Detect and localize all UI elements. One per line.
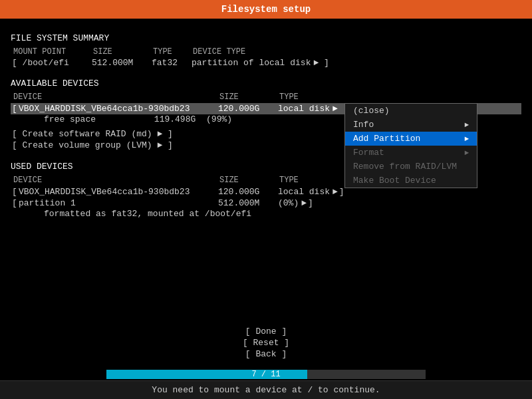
- fs-summary-heading: FILE SYSTEM SUMMARY: [11, 33, 521, 43]
- fs-summary-row: [ /boot/efi 512.000M fat32 partition of …: [11, 58, 521, 68]
- fs-summary-col-headers: MOUNT POINT SIZE TYPE DEVICE TYPE: [11, 47, 521, 57]
- back-button[interactable]: [ Back ]: [233, 349, 299, 359]
- used-col-size: SIZE: [219, 176, 279, 185]
- menu-item-add-partition-arrow: ►: [464, 135, 469, 143]
- fs-col-type: TYPE: [153, 47, 193, 57]
- menu-item-make-boot-label: Make Boot Device: [353, 176, 436, 186]
- fs-col-mount: MOUNT POINT: [13, 47, 93, 57]
- avail-device-name-0: VBOX_HARDDISK_VBe64cca1b-930bdb23: [16, 104, 218, 114]
- menu-item-format-label: Format: [353, 148, 384, 158]
- status-message: You need to mount a device at / to conti…: [152, 385, 380, 395]
- used-device-arrow-1: ►: [301, 198, 307, 208]
- used-device-size-1: 512.000M: [218, 198, 278, 208]
- used-device-name-0: VBOX_HARDDISK_VBe64cca1b-930bdb23: [16, 187, 218, 197]
- done-button[interactable]: [ Done ]: [233, 327, 299, 336]
- used-device-row-1[interactable]: [ partition 1 512.000M (0%) ► ]: [11, 198, 521, 209]
- menu-item-add-partition[interactable]: Add Partition ►: [345, 132, 477, 146]
- menu-item-info[interactable]: Info ►: [345, 118, 477, 132]
- fs-size: 512.000M: [92, 58, 152, 68]
- available-devices-col-headers: DEVICE SIZE TYPE: [11, 92, 521, 102]
- progress-text: 7 / 11: [0, 370, 532, 379]
- context-menu: (close) Info ► Add Partition ► Format ► …: [344, 103, 477, 188]
- fs-col-size: SIZE: [93, 47, 153, 57]
- free-space-size: 119.498G: [154, 114, 196, 124]
- reset-button[interactable]: [ Reset ]: [233, 338, 299, 348]
- avail-device-size-0: 120.000G: [218, 104, 278, 114]
- menu-item-add-partition-label: Add Partition: [353, 134, 420, 144]
- title-bar: Filesystem setup: [0, 0, 532, 19]
- menu-item-remove-raid-label: Remove from RAID/LVM: [353, 162, 457, 172]
- used-bracket-close-0: ]: [339, 187, 344, 197]
- used-device-type-0: local disk: [278, 187, 330, 197]
- used-device-arrow-0: ►: [332, 187, 338, 197]
- menu-item-info-label: Info: [353, 120, 374, 130]
- menu-item-close[interactable]: (close): [345, 104, 477, 118]
- avail-device-arrow-0: ►: [332, 104, 338, 114]
- used-device-type-1: (0%): [278, 198, 299, 208]
- fs-suffix: ► ]: [313, 58, 329, 68]
- menu-item-close-label: (close): [353, 106, 390, 116]
- action-label-1: [ Create volume group (LVM) ► ]: [12, 140, 173, 150]
- menu-item-remove-raid: Remove from RAID/LVM: [345, 160, 477, 174]
- fs-device-type: partition of local disk: [192, 58, 311, 68]
- used-device-size-0: 120.000G: [218, 187, 278, 197]
- formatted-note: formatted as fat32, mounted at /boot/efi: [11, 209, 521, 219]
- status-bar: You need to mount a device at / to conti…: [0, 380, 532, 399]
- menu-item-make-boot: Make Boot Device: [345, 174, 477, 188]
- fs-mount-point: [ /boot/efi: [12, 58, 92, 68]
- title-label: Filesystem setup: [221, 4, 311, 15]
- buttons-container: [ Done ] [ Reset ] [ Back ]: [0, 327, 532, 359]
- menu-item-format: Format ►: [345, 146, 477, 160]
- used-col-type: TYPE: [279, 176, 299, 185]
- avail-col-size: SIZE: [219, 92, 279, 102]
- menu-item-format-arrow: ►: [464, 149, 469, 157]
- fs-type: fat32: [152, 58, 192, 68]
- used-col-device: DEVICE: [13, 176, 219, 185]
- used-device-name-1: partition 1: [16, 198, 218, 208]
- fs-col-device-type: DEVICE TYPE: [193, 47, 245, 57]
- action-label-0: [ Create software RAID (md) ► ]: [12, 129, 173, 139]
- avail-device-type-0: local disk: [278, 104, 330, 114]
- avail-col-type: TYPE: [279, 92, 299, 102]
- used-bracket-close-1: ]: [308, 198, 313, 208]
- available-devices-heading: AVAILABLE DEVICES: [11, 78, 521, 88]
- avail-col-device: DEVICE: [13, 92, 219, 102]
- free-space-label: free space: [44, 114, 96, 124]
- free-space-percent: (99%): [206, 114, 232, 124]
- menu-item-info-arrow: ►: [464, 121, 469, 129]
